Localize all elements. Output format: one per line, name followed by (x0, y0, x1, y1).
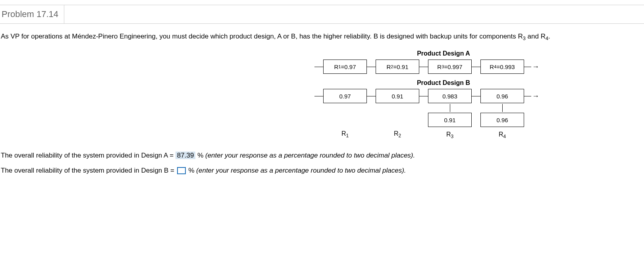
col-b-r1: 0.97 R1 (323, 89, 367, 138)
r-eq: =0.993 (496, 63, 515, 70)
answer-a-line: The overall reliability of the system pr… (1, 152, 643, 160)
arrow-right-icon: → (532, 89, 539, 103)
component-box-b1: 0.97 (323, 89, 367, 103)
col-b-r2: 0.91 R2 (376, 89, 419, 138)
prompt-text: As VP for operations at Méndez-Pinero En… (1, 33, 643, 41)
label-prefix: R (394, 130, 399, 137)
col-b-r3: 0.983 0.91 R3 (428, 89, 472, 139)
wire-segment (367, 89, 376, 96)
design-a-chain: R1=0.97 R2=0.91 R3=0.997 R4=0.993 (314, 60, 573, 74)
component-box-b4: 0.96 (480, 89, 524, 103)
component-box-a3: R3=0.997 (428, 60, 472, 74)
answer-b-input[interactable] (177, 167, 186, 174)
col-label-r1: R1 (341, 130, 349, 138)
col-a-r4: R4=0.993 (480, 60, 524, 74)
label-sub: 4 (503, 134, 506, 140)
label-sub: 1 (346, 133, 349, 139)
wire-segment (472, 89, 480, 96)
wire-segment (524, 60, 531, 67)
answer-b-line: The overall reliability of the system pr… (1, 167, 643, 175)
r-prefix: R (334, 63, 338, 70)
diagram-wrap: Product Design A R1=0.97 R2=0.91 R3=0.99… (314, 50, 573, 139)
col-label-r4: R4 (499, 131, 506, 139)
problem-header: Problem 17.14 (0, 5, 644, 24)
wire-segment (472, 60, 480, 67)
label-sub: 2 (398, 133, 401, 139)
label-prefix: R (341, 130, 346, 137)
wire-segment (419, 89, 428, 96)
component-box-a1: R1=0.97 (323, 60, 367, 74)
component-box-b3-backup: 0.91 (428, 113, 472, 127)
col-a-r1: R1=0.97 (323, 60, 367, 74)
component-box-b3: 0.983 (428, 89, 472, 103)
problem-title: Problem 17.14 (0, 5, 64, 23)
answer-a-value[interactable]: 87.39 (175, 152, 196, 159)
content-area: As VP for operations at Méndez-Pinero En… (0, 24, 644, 187)
arrow-right-icon: → (532, 60, 539, 74)
r-eq: =0.997 (444, 63, 462, 70)
vertical-wire (450, 104, 450, 112)
prompt-p2: and R (526, 33, 546, 40)
col-a-r2: R2=0.91 (376, 60, 419, 74)
answer-b-post: % (188, 167, 196, 174)
component-box-a2: R2=0.91 (376, 60, 419, 74)
col-a-r3: R3=0.997 (428, 60, 472, 74)
r-eq: =0.97 (341, 63, 356, 70)
component-box-b2: 0.91 (376, 89, 419, 103)
prompt-p1: As VP for operations at Méndez-Pinero En… (1, 33, 523, 40)
answer-a-hint: (enter your response as a percentage rou… (205, 152, 415, 159)
label-prefix: R (446, 131, 451, 138)
col-b-r4: 0.96 0.96 R4 (480, 89, 524, 139)
answer-a-pre: The overall reliability of the system pr… (1, 152, 175, 159)
component-box-a4: R4=0.993 (480, 60, 524, 74)
vertical-wire (502, 104, 503, 112)
prompt-sub1: 3 (523, 35, 526, 41)
component-box-b4-backup: 0.96 (480, 113, 524, 127)
label-prefix: R (499, 131, 503, 138)
wire-segment (419, 60, 428, 67)
answer-b-pre: The overall reliability of the system pr… (1, 167, 176, 174)
r-prefix: R (490, 63, 494, 70)
prompt-sub2: 4 (546, 35, 548, 41)
r-prefix: R (437, 63, 442, 70)
wire-segment (314, 60, 323, 67)
answer-a-post: % (197, 152, 205, 159)
answer-b-hint: (enter your response as a percentage rou… (196, 167, 406, 174)
design-b-title: Product Design B (314, 79, 573, 87)
wire-segment (314, 89, 323, 96)
design-a-title: Product Design A (314, 50, 573, 57)
design-b-chain: 0.97 R1 0.91 R2 0.983 0.91 R3 (314, 89, 573, 139)
wire-segment (524, 89, 531, 96)
wire-segment (367, 60, 376, 67)
prompt-p3: . (548, 33, 550, 40)
label-sub: 3 (451, 134, 453, 140)
col-label-r3: R3 (446, 131, 453, 139)
col-label-r2: R2 (394, 130, 401, 138)
r-eq: =0.91 (393, 63, 409, 70)
r-prefix: R (386, 63, 391, 70)
